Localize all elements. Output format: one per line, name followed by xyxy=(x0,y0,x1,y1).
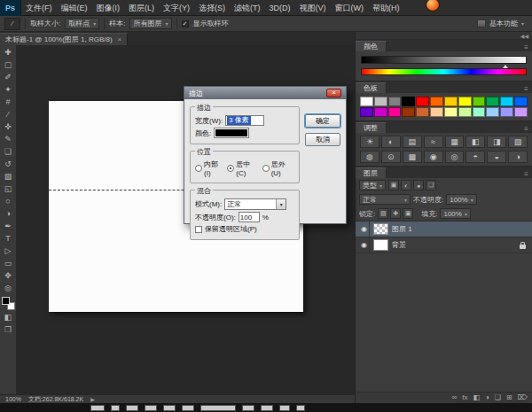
history-brush-tool[interactable]: ↺ xyxy=(0,158,17,170)
color-swatch[interactable] xyxy=(430,97,443,106)
eyedropper-tool[interactable]: ⁄ xyxy=(0,108,17,120)
hand-tool[interactable]: ✥ xyxy=(0,269,17,282)
taskbar-window-thumbnail[interactable] xyxy=(163,405,176,411)
move-tool[interactable]: ✚ xyxy=(0,46,17,58)
color-swatch[interactable] xyxy=(444,107,458,117)
layer-filter-icon[interactable]: ▣ xyxy=(388,180,399,190)
color-swatch[interactable] xyxy=(500,107,513,117)
color-swatch[interactable] xyxy=(473,97,486,106)
adjustment-icon[interactable]: ▩ xyxy=(403,151,422,163)
path-selection-tool[interactable]: ▷ xyxy=(0,245,17,257)
color-swatch[interactable] xyxy=(430,107,443,117)
preserve-transparency-checkbox[interactable] xyxy=(195,226,202,233)
menu-item[interactable]: 文字(Y) xyxy=(159,0,194,16)
gradient-tool[interactable]: ◱ xyxy=(0,183,17,195)
radio-button[interactable] xyxy=(262,165,270,172)
crop-tool[interactable]: # xyxy=(0,96,17,108)
adjustment-icon[interactable]: ◓ xyxy=(466,151,485,163)
taskbar-window-thumbnail[interactable] xyxy=(200,405,236,411)
layer-mask-icon[interactable]: ◧ xyxy=(473,393,480,403)
menu-item[interactable]: 文件(F) xyxy=(21,0,57,16)
color-swatch[interactable] xyxy=(444,97,458,106)
lasso-tool[interactable]: ✐ xyxy=(0,71,17,83)
taskbar-window-thumbnail[interactable] xyxy=(145,405,157,411)
taskbar-window-thumbnail[interactable] xyxy=(182,405,194,411)
color-swatch[interactable] xyxy=(514,107,528,117)
layer-blend-mode-select[interactable]: 正常 ▾ xyxy=(359,194,411,205)
tab-swatches[interactable]: 色板 xyxy=(356,82,387,93)
menu-item[interactable]: 图层(L) xyxy=(124,0,159,16)
color-swatch[interactable] xyxy=(388,97,402,106)
opacity-input[interactable]: 100 xyxy=(239,212,260,222)
menu-item[interactable]: 选择(S) xyxy=(194,0,230,16)
color-swatch[interactable] xyxy=(360,97,373,106)
document-tab[interactable]: 未标题-1 @ 100%(图层 1, RGB/8) × xyxy=(0,33,128,45)
adjustment-icon[interactable]: ▤ xyxy=(403,136,422,148)
color-swatch[interactable] xyxy=(416,97,429,106)
new-layer-icon[interactable]: ⊞ xyxy=(506,393,512,403)
lock-icon[interactable]: ✚ xyxy=(390,208,401,219)
menu-item[interactable]: 帮助(H) xyxy=(368,0,404,16)
rectangle-tool[interactable]: ▭ xyxy=(0,257,17,269)
color-swatch[interactable] xyxy=(458,97,472,106)
adjustment-icon[interactable]: ▦ xyxy=(445,136,465,148)
color-swatch[interactable] xyxy=(486,97,499,106)
pen-tool[interactable]: ✒ xyxy=(0,220,17,232)
close-icon[interactable]: × xyxy=(118,35,122,43)
stroke-color-swatch[interactable] xyxy=(214,128,249,138)
rectangular-marquee-tool[interactable]: ▢ xyxy=(0,58,17,71)
layer-thumbnail[interactable] xyxy=(373,239,388,251)
dialog-title-bar[interactable]: 描边 × xyxy=(184,87,346,99)
foreground-background-colors[interactable] xyxy=(2,297,15,310)
adjustment-icon[interactable]: ◨ xyxy=(487,136,506,148)
adjustment-icon[interactable]: ◧ xyxy=(466,136,485,148)
menu-item[interactable]: 编辑(E) xyxy=(57,0,92,16)
color-swatch[interactable] xyxy=(486,107,499,117)
width-input[interactable]: 3 像素 xyxy=(225,115,264,126)
lock-icon[interactable]: ▣ xyxy=(403,208,413,219)
layer-filter-icon[interactable]: ❏ xyxy=(426,180,436,190)
adjustment-icon[interactable]: ◑ xyxy=(508,151,528,163)
layer-filter-icon[interactable]: ◐ xyxy=(401,180,411,190)
blend-mode-select[interactable]: 正常 ▾ xyxy=(224,198,286,210)
color-swatch[interactable] xyxy=(416,107,429,117)
adjustment-icon[interactable]: ◒ xyxy=(487,151,506,163)
lock-icon[interactable]: ▨ xyxy=(378,208,388,219)
taskbar-window-thumbnail[interactable] xyxy=(261,405,273,411)
color-swatch[interactable] xyxy=(402,97,415,106)
tab-color[interactable]: 颜色 xyxy=(356,41,387,51)
layer-row[interactable]: ◉图层 1 xyxy=(356,222,532,237)
photoshop-logo[interactable]: Ps xyxy=(0,0,21,16)
delete-layer-icon[interactable]: ⌦ xyxy=(518,393,528,403)
ramp-slider-handle[interactable] xyxy=(503,65,508,68)
panel-menu-icon[interactable]: ≡ xyxy=(524,85,532,93)
adjustment-icon[interactable]: ◉ xyxy=(424,151,443,163)
layer-filter-dropdown[interactable]: 类型 ▾ xyxy=(359,180,386,190)
adjustment-icon[interactable]: ⊙ xyxy=(381,151,401,163)
sample-size-dropdown[interactable]: 取样点 ▾ xyxy=(65,18,99,29)
brush-tool[interactable]: ✎ xyxy=(0,133,17,145)
taskbar-window-thumbnail[interactable] xyxy=(242,405,254,411)
spot-healing-tool[interactable]: ✜ xyxy=(0,120,17,133)
type-tool[interactable]: T xyxy=(0,232,17,245)
color-swatch[interactable] xyxy=(500,97,513,106)
dialog-close-button[interactable]: × xyxy=(326,89,341,97)
color-swatch[interactable] xyxy=(402,107,415,117)
adjustment-icon[interactable]: ☀ xyxy=(360,136,379,148)
tool-preset-icon[interactable]: ⁄ xyxy=(4,18,20,30)
layer-effects-icon[interactable]: fx xyxy=(462,393,467,403)
foreground-color-chip[interactable] xyxy=(2,297,10,305)
eraser-tool[interactable]: ▧ xyxy=(0,170,17,183)
adjustment-layer-icon[interactable]: ◑ xyxy=(485,393,489,403)
adjustment-icon[interactable]: ▧ xyxy=(508,136,528,148)
color-swatch[interactable] xyxy=(514,97,528,106)
color-swatch[interactable] xyxy=(458,107,472,117)
taskbar-window-thumbnail[interactable] xyxy=(90,405,105,411)
panel-menu-icon[interactable]: ≡ xyxy=(524,43,532,51)
adjustment-icon[interactable]: ◎ xyxy=(445,151,465,163)
taskbar-window-thumbnail[interactable] xyxy=(279,405,290,411)
quick-mask-mode-button[interactable]: ◧ xyxy=(0,311,17,323)
taskbar-window-thumbnail[interactable] xyxy=(111,405,120,411)
grayscale-ramp[interactable] xyxy=(361,56,527,64)
menu-item[interactable]: 3D(D) xyxy=(265,0,295,16)
